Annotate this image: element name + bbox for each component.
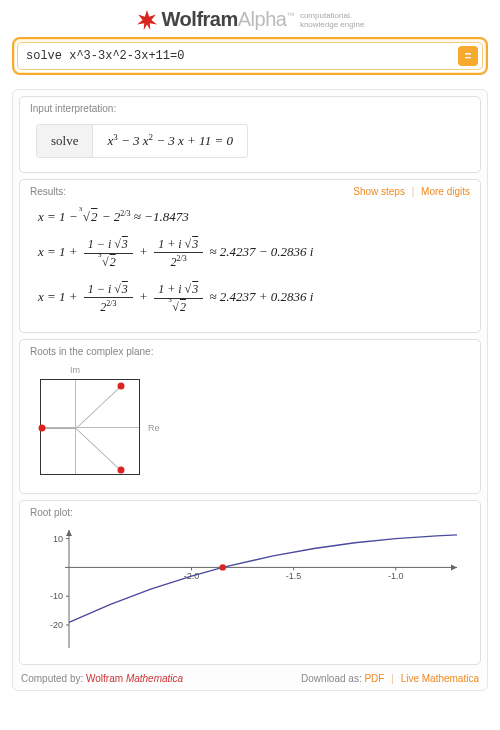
results-container: Input interpretation: solve x3 − 3 x2 − … [12, 89, 488, 692]
pod-input-interpretation: Input interpretation: solve x3 − 3 x2 − … [19, 96, 481, 173]
svg-text:-1.5: -1.5 [286, 572, 302, 582]
svg-text:-20: -20 [50, 620, 63, 630]
wolfram-logo-icon [136, 9, 158, 31]
more-digits-link[interactable]: More digits [421, 186, 470, 197]
root-plot: 10-10-20-2.0-1.5-1.0 [35, 524, 465, 654]
interpretation-box: solve x3 − 3 x2 − 3 x + 11 = 0 [36, 124, 248, 158]
show-steps-link[interactable]: Show steps [353, 186, 405, 197]
complex-plane-plot: Im Re [36, 367, 152, 479]
pod-results: Results: Show steps | More digits x = 1 … [19, 179, 481, 334]
download-live-link[interactable]: Live Mathematica [401, 673, 479, 684]
submit-button[interactable]: = [458, 46, 478, 66]
results-footer: Computed by: Wolfram Mathematica Downloa… [19, 667, 481, 684]
equals-icon: = [464, 49, 471, 63]
query-input[interactable] [26, 49, 458, 63]
pod-title: Root plot: [30, 507, 73, 518]
interp-expression: x3 − 3 x2 − 3 x + 11 = 0 [93, 126, 246, 155]
svg-point-17 [220, 565, 226, 571]
pod-complex-plane: Roots in the complex plane: Im Re [19, 339, 481, 494]
brand-text: WolframAlpha™ [162, 8, 294, 31]
svg-text:-1.0: -1.0 [388, 572, 404, 582]
svg-text:10: 10 [53, 534, 63, 544]
result-line: x = 1 + 1 − i √3√2 + 1 + i √322/3 ≈ 2.42… [32, 233, 468, 278]
complex-root-point [117, 383, 124, 390]
pod-title: Roots in the complex plane: [30, 346, 153, 357]
brand-tagline: computational. knowledge engine [300, 12, 365, 30]
im-axis-label: Im [70, 365, 80, 375]
interp-tag: solve [37, 125, 93, 157]
pod-title: Input interpretation: [30, 103, 116, 114]
header: WolframAlpha™ computational. knowledge e… [12, 8, 488, 33]
download-pdf-link[interactable]: PDF [364, 673, 384, 684]
root-plot-svg: 10-10-20-2.0-1.5-1.0 [35, 524, 465, 654]
result-line: x = 1 + 1 − i √322/3 + 1 + i √3√2 ≈ 2.42… [32, 278, 468, 323]
complex-root-point [117, 467, 124, 474]
svg-marker-4 [66, 530, 72, 536]
download-label: Download as: [301, 673, 362, 684]
svg-marker-0 [137, 10, 157, 30]
computed-by-brand: Wolfram Mathematica [86, 673, 183, 684]
svg-text:-10: -10 [50, 592, 63, 602]
re-axis-label: Re [148, 423, 160, 433]
search-box: = [12, 37, 488, 75]
results-body: x = 1 − √2 − 22/3 ≈ −1.8473x = 1 + 1 − i… [20, 201, 480, 333]
complex-root-point [38, 425, 45, 432]
result-line: x = 1 − √2 − 22/3 ≈ −1.8473 [32, 205, 468, 233]
pod-root-plot: Root plot: 10-10-20-2.0-1.5-1.0 [19, 500, 481, 665]
pod-title: Results: [30, 186, 66, 197]
computed-by-label: Computed by: [21, 673, 83, 684]
svg-marker-2 [451, 565, 457, 571]
